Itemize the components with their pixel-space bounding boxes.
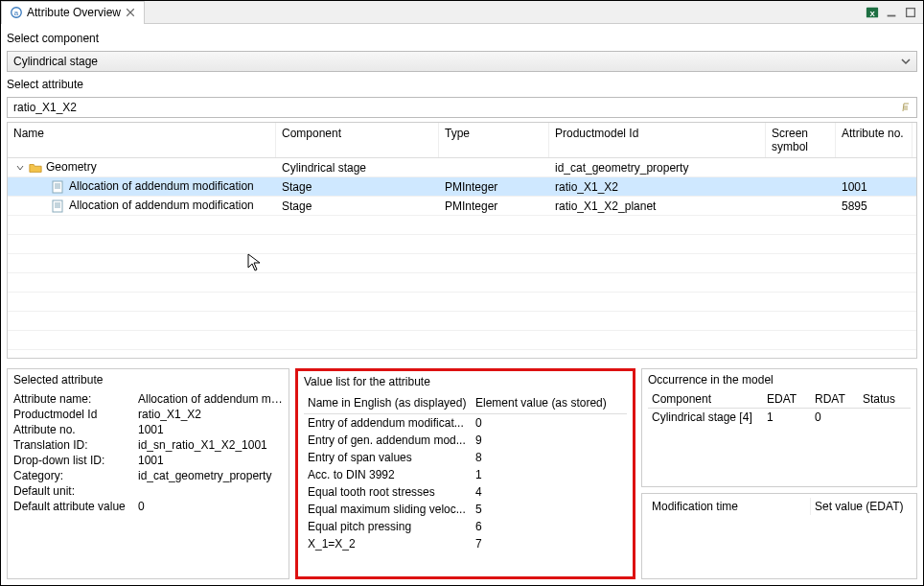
occ-col-edat[interactable]: EDAT bbox=[763, 390, 811, 408]
empty-row bbox=[8, 293, 916, 312]
occurrence-row[interactable]: Cylindrical stage [4] 1 0 bbox=[648, 409, 911, 426]
kv-key: Default attribute value bbox=[13, 500, 138, 513]
svg-rect-4 bbox=[888, 14, 896, 16]
kv-row: Attribute name:Allocation of addendum mo… bbox=[13, 392, 283, 406]
chevron-down-icon bbox=[901, 57, 911, 66]
attribute-search-input[interactable]: ratio_X1_X2 bbox=[7, 97, 917, 118]
empty-row bbox=[8, 331, 916, 350]
empty-row bbox=[8, 254, 916, 273]
file-icon bbox=[52, 180, 65, 194]
kv-row: Category:id_cat_geometry_property bbox=[13, 469, 283, 482]
value-name: Equal maximum sliding veloc... bbox=[304, 503, 472, 516]
value-list-row[interactable]: Entry of gen. addendum mod...9 bbox=[304, 432, 627, 449]
close-icon[interactable] bbox=[125, 7, 136, 18]
value-name: Equal pitch pressing bbox=[304, 520, 472, 533]
occ-status bbox=[859, 409, 911, 426]
value-list-title: Value list for the attribute bbox=[304, 375, 627, 388]
col-component[interactable]: Component bbox=[276, 123, 439, 157]
occ-col-status[interactable]: Status bbox=[859, 390, 911, 408]
kv-value: ratio_X1_X2 bbox=[138, 408, 283, 421]
kv-key: Default unit: bbox=[13, 484, 138, 498]
empty-row bbox=[8, 235, 916, 254]
tree-root-row[interactable]: GeometryCylindrical stageid_cat_geometry… bbox=[8, 158, 916, 177]
modification-time-panel: Modification time Set value (EDAT) bbox=[641, 493, 917, 579]
empty-row bbox=[8, 273, 916, 293]
modtime-value-col[interactable]: Set value (EDAT) bbox=[811, 498, 911, 515]
value-list-panel: Value list for the attribute Name in Eng… bbox=[295, 368, 635, 579]
select-component-label: Select component bbox=[7, 32, 917, 45]
svg-text:X: X bbox=[869, 9, 875, 17]
table-row[interactable]: Allocation of addendum modificationStage… bbox=[8, 197, 916, 216]
attribute-search-value: ratio_X1_X2 bbox=[13, 101, 77, 114]
row-name: Allocation of addendum modification bbox=[69, 179, 254, 193]
clear-icon[interactable] bbox=[899, 101, 912, 114]
svg-rect-10 bbox=[53, 200, 62, 212]
value-name: Entry of addendum modificat... bbox=[304, 416, 472, 430]
col-pmid[interactable]: Productmodel Id bbox=[549, 123, 766, 157]
value-list-row[interactable]: Equal tooth root stresses4 bbox=[304, 483, 627, 501]
kv-value: id_sn_ratio_X1_X2_1001 bbox=[138, 438, 283, 452]
modtime-label[interactable]: Modification time bbox=[648, 498, 811, 515]
table-row[interactable]: Allocation of addendum modificationStage… bbox=[8, 177, 916, 197]
kv-row: Translation ID:id_sn_ratio_X1_X2_1001 bbox=[13, 438, 283, 452]
component-dropdown[interactable]: Cylindrical stage bbox=[7, 51, 917, 72]
occ-col-component[interactable]: Component bbox=[648, 390, 763, 408]
svg-rect-6 bbox=[53, 181, 62, 193]
excel-export-icon[interactable]: X bbox=[866, 6, 879, 19]
value-stored: 4 bbox=[472, 485, 627, 499]
folder-icon bbox=[29, 161, 42, 175]
grid-header: Name Component Type Productmodel Id Scre… bbox=[8, 123, 916, 158]
svg-text:a: a bbox=[14, 9, 19, 17]
attribute-grid: Name Component Type Productmodel Id Scre… bbox=[7, 122, 917, 359]
minimize-icon[interactable] bbox=[885, 6, 898, 19]
value-list-row[interactable]: Equal pitch pressing6 bbox=[304, 518, 627, 535]
svg-rect-5 bbox=[907, 8, 915, 16]
kv-value: 1001 bbox=[138, 423, 283, 436]
component-value: Cylindrical stage bbox=[13, 55, 98, 68]
kv-key: Attribute no. bbox=[13, 423, 138, 436]
value-name: Equal tooth root stresses bbox=[304, 485, 472, 499]
occurrence-panel: Occurrence in the model Component EDAT R… bbox=[641, 368, 917, 487]
value-stored: 1 bbox=[472, 468, 627, 481]
value-list-row[interactable]: Equal maximum sliding veloc...5 bbox=[304, 501, 627, 518]
kv-row: Productmodel Idratio_X1_X2 bbox=[13, 408, 283, 421]
kv-row: Default unit: bbox=[13, 484, 283, 498]
value-stored: 5 bbox=[472, 503, 627, 516]
value-list-row[interactable]: Entry of addendum modificat...0 bbox=[304, 414, 627, 432]
value-stored: 0 bbox=[472, 416, 627, 430]
expand-icon[interactable] bbox=[15, 163, 29, 173]
tab-attribute-overview[interactable]: a Attribute Overview bbox=[1, 1, 145, 24]
col-type[interactable]: Type bbox=[439, 123, 549, 157]
occ-component: Cylindrical stage [4] bbox=[648, 409, 763, 426]
value-name: X_1=X_2 bbox=[304, 537, 472, 551]
tree-root-name: Geometry bbox=[46, 160, 97, 174]
kv-key: Category: bbox=[13, 469, 138, 482]
file-icon bbox=[52, 199, 65, 213]
kv-key: Drop-down list ID: bbox=[13, 454, 138, 467]
kv-value: id_cat_geometry_property bbox=[138, 469, 283, 482]
value-name: Acc. to DIN 3992 bbox=[304, 468, 472, 481]
occ-col-rdat[interactable]: RDAT bbox=[811, 390, 859, 408]
value-list-row[interactable]: Entry of span values8 bbox=[304, 449, 627, 466]
col-attrno[interactable]: Attribute no. bbox=[836, 123, 912, 157]
selected-attribute-panel: Selected attribute Attribute name:Alloca… bbox=[7, 368, 289, 579]
col-screen[interactable]: Screen symbol bbox=[766, 123, 836, 157]
vlist-col-name[interactable]: Name in English (as displayed) bbox=[304, 394, 472, 411]
occurrence-title: Occurrence in the model bbox=[648, 373, 911, 387]
col-name[interactable]: Name bbox=[8, 123, 276, 157]
vlist-col-value[interactable]: Element value (as stored) bbox=[472, 394, 627, 411]
app-icon: a bbox=[10, 6, 23, 19]
value-list-row[interactable]: Acc. to DIN 39921 bbox=[304, 466, 627, 483]
kv-value bbox=[138, 484, 283, 498]
value-stored: 6 bbox=[472, 520, 627, 533]
maximize-icon[interactable] bbox=[904, 6, 917, 19]
kv-row: Attribute no.1001 bbox=[13, 423, 283, 436]
kv-key: Attribute name: bbox=[13, 392, 138, 406]
kv-key: Productmodel Id bbox=[13, 408, 138, 421]
kv-key: Translation ID: bbox=[13, 438, 138, 452]
value-stored: 7 bbox=[472, 537, 627, 551]
kv-value: 1001 bbox=[138, 454, 283, 467]
value-list-row[interactable]: X_1=X_27 bbox=[304, 535, 627, 552]
kv-value: 0 bbox=[138, 500, 283, 513]
empty-row bbox=[8, 216, 916, 235]
